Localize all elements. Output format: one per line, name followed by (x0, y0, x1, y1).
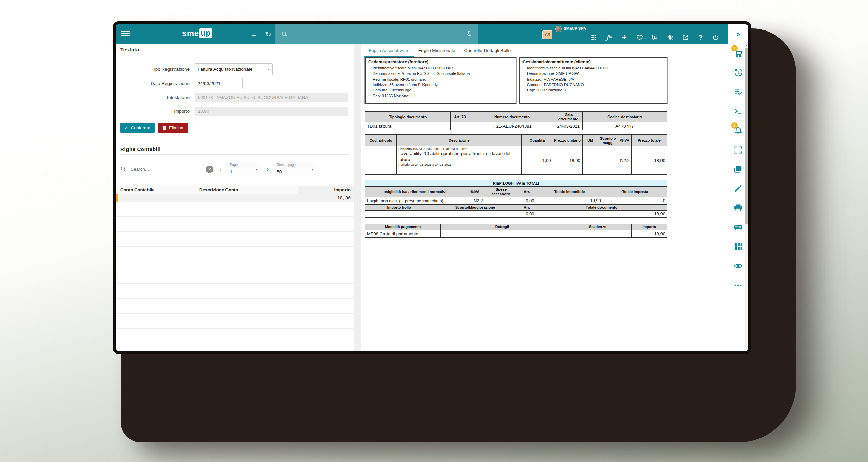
power-icon[interactable] (712, 34, 719, 41)
col-importo[interactable]: Importo (298, 186, 354, 194)
chevron-down-icon: ▾ (268, 67, 270, 71)
cart-icon[interactable]: 7 (734, 49, 743, 58)
more-options-icon[interactable] (734, 281, 743, 289)
function-icon[interactable]: ƒ96 (606, 34, 612, 41)
terminal-icon[interactable] (734, 107, 743, 115)
edit-pencil-icon[interactable] (734, 184, 743, 193)
elimina-button[interactable]: Elimina (158, 123, 188, 133)
bell-badge: 3 (731, 122, 738, 129)
righe-contabili-title: Righe Contabili (120, 146, 349, 155)
tab-foglio-assosoftware[interactable]: Foglio Assosoftware (364, 45, 414, 57)
cell-dettagli (441, 230, 564, 238)
righe-search-input[interactable] (130, 166, 189, 172)
elimina-label: Elimina (169, 125, 183, 130)
left-panel: Testata Tipo Registrazione Fattura Acqui… (116, 44, 354, 351)
print-icon[interactable] (734, 204, 743, 212)
header-um: UM (582, 135, 598, 146)
environment-badge[interactable]: C5 (542, 30, 552, 39)
microphone-icon[interactable] (466, 30, 472, 38)
documento-table: Tipologia documento Art. 73 Numero docum… (365, 111, 667, 130)
cell-quantita: 1,00 (521, 146, 553, 175)
riepiloghi-table: RIEPILOGHI IVA E TOTALI esigibilità iva … (365, 180, 667, 204)
tipo-registrazione-label: Tipo Registrazione (116, 67, 195, 72)
tipo-registrazione-value: Fattura Acquisto Nazionale (198, 67, 252, 72)
table-row-selected[interactable]: 18,90 (116, 194, 354, 202)
table-row-empty (116, 284, 354, 291)
table-row-empty (116, 291, 354, 299)
hamburger-menu-icon[interactable] (121, 30, 130, 38)
tab-foglio-ministeriale[interactable]: Foglio Ministeriale (414, 45, 460, 57)
refresh-icon[interactable]: ↻ (265, 24, 271, 44)
data-registrazione-input[interactable]: 24/03/2021 (195, 78, 243, 89)
riepiloghi-totali-table: Importo bollo Sconto/Maggiorazione Arr. … (365, 204, 667, 218)
header-tot-imposta: Totale imposta (603, 187, 667, 197)
cell-descrizione: Contratto 405-5425236-9001938 del 23-03-… (397, 146, 521, 175)
history-icon[interactable] (734, 68, 743, 77)
col-conto-contabile[interactable]: Conto Contabile (116, 187, 199, 192)
riepiloghi-title: RIEPILOGHI IVA E TOTALI (365, 180, 667, 187)
cedente-title: Cedente/prestatore (fornitore) (368, 60, 513, 64)
feedback-icon[interactable] (651, 34, 658, 41)
table-row-empty (116, 351, 354, 354)
cedente-line: Indirizzo: 38 avenue John F. Kennedy (368, 82, 513, 87)
cedente-line: Cap: 01855 Nazione: LU (368, 93, 513, 99)
cell-um (582, 146, 598, 175)
clear-search-icon[interactable]: ✕ (206, 166, 213, 173)
cessionario-box: Cessionario/committente (cliente) Identi… (519, 57, 667, 104)
apps-grid-icon[interactable] (590, 34, 597, 41)
rows-per-page-select[interactable]: Rows / page 50 ▾ (275, 162, 316, 176)
collapse-panel-icon[interactable]: » (734, 30, 743, 38)
back-icon[interactable]: ← (251, 24, 258, 44)
prev-page-icon[interactable]: ‹ (219, 165, 222, 173)
cell-iva2: N2.2 (465, 197, 485, 204)
righe-table: Conto Contabile Descrizione Conto Import… (116, 186, 354, 354)
conferma-button[interactable]: ✓ Conferma (120, 123, 155, 133)
scrollbar-up-icon[interactable]: ▲ (745, 44, 748, 47)
card-stack-icon[interactable] (734, 165, 743, 173)
cart-badge: 7 (731, 45, 738, 51)
page-select[interactable]: Page 1 ▾ (228, 162, 260, 176)
projector-icon[interactable] (734, 223, 743, 231)
tab-controllo-dettagli-bolle[interactable]: Controllo Dettagli Bolle (460, 45, 515, 57)
add-icon[interactable]: + (621, 34, 628, 41)
col-descrizione-conto[interactable]: Descrizione Conto (199, 187, 298, 192)
header-tipologia: Tipologia documento (365, 112, 451, 122)
bug-report-icon[interactable] (667, 34, 673, 41)
rows-per-page-value: 50 (277, 169, 282, 174)
open-external-icon[interactable] (682, 34, 689, 41)
header-totale-documento: Totale documento (536, 204, 667, 210)
header-iva2: %IVA (465, 187, 485, 197)
trash-icon (162, 126, 166, 130)
cedente-line: Comune: Luxemburgo (368, 87, 513, 93)
tipo-registrazione-select[interactable]: Fattura Acquisto Nazionale ▾ (195, 63, 273, 75)
intestatario-field: 500173 - AMAZON EU S.à r.l. SUCCURSALE I… (195, 93, 348, 102)
page-label: Page (230, 163, 238, 167)
favorites-heart-icon[interactable] (636, 34, 643, 41)
cell-totale-documento: 18,90 (536, 210, 667, 217)
empty-rows (116, 202, 354, 354)
scrollbar-thumb[interactable] (745, 48, 748, 224)
table-row-empty (116, 329, 354, 336)
cell-sconto-magg (433, 210, 517, 217)
cell-importo-pag: 18,90 (631, 230, 667, 238)
notifications-bell-icon[interactable]: 3 (734, 126, 743, 135)
cedente-line: Regime fiscale: RF01 ordinario (368, 77, 513, 82)
table-row-empty (116, 217, 354, 224)
user-avatar[interactable] (555, 26, 562, 32)
header-importo-bollo: Importo bollo (365, 204, 433, 210)
smeup-logo[interactable]: sme up (182, 28, 212, 38)
header-modalita: Modalità pagamento (365, 224, 441, 230)
help-icon[interactable]: ? (697, 34, 704, 41)
list-check-icon[interactable] (734, 88, 743, 96)
header-spese: Spese accessorie (485, 187, 517, 197)
search-input[interactable] (288, 24, 466, 44)
cell-esigibilita: Esigib. non dich. (si presume immediata) (365, 197, 465, 204)
fullscreen-icon[interactable] (734, 146, 743, 154)
preview-eye-icon[interactable] (734, 261, 743, 270)
logo-text-up: up (199, 28, 212, 38)
next-page-icon[interactable]: › (267, 165, 269, 173)
list-controls: ✕ ‹ Page 1 ▾ › Rows / page 50 ▾ (120, 162, 349, 176)
cessionario-title: Cessionario/committente (cliente) (522, 60, 664, 64)
dashboard-icon[interactable] (734, 242, 743, 251)
header-descrizione: Descrizione (397, 135, 521, 146)
